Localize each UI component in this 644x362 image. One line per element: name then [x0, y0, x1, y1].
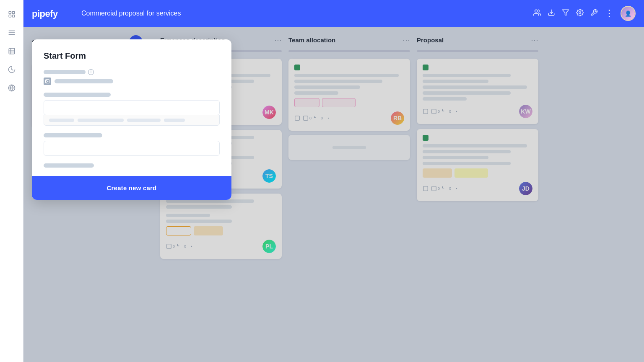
- sidebar-item-table[interactable]: [4, 44, 19, 59]
- export-icon[interactable]: [548, 9, 555, 18]
- form-field-4: [44, 133, 220, 156]
- wrench-icon[interactable]: [590, 9, 598, 18]
- form-bottom-label: [44, 163, 94, 168]
- form-input-2[interactable]: [44, 141, 220, 156]
- form-image-row: [44, 78, 220, 85]
- people-icon[interactable]: [533, 9, 541, 18]
- form-field-3: [44, 93, 220, 126]
- svg-rect-0: [9, 11, 11, 13]
- form-section-label-4: [44, 133, 102, 137]
- create-card-button[interactable]: Create new card: [32, 176, 231, 200]
- svg-point-14: [535, 10, 538, 12]
- form-input-1[interactable]: [44, 100, 220, 115]
- sidebar: [0, 0, 23, 362]
- svg-rect-2: [9, 15, 11, 17]
- sidebar-item-list[interactable]: [4, 25, 19, 40]
- input-chips-row: [44, 115, 220, 126]
- settings-icon[interactable]: [576, 9, 584, 18]
- svg-point-17: [579, 11, 581, 13]
- form-image-label: [55, 79, 113, 83]
- sidebar-item-automation[interactable]: [4, 62, 19, 77]
- more-icon[interactable]: ⋮: [605, 8, 614, 19]
- info-icon-1[interactable]: i: [88, 69, 94, 75]
- form-body: Start Form i: [32, 39, 231, 176]
- logo: pipefy: [32, 8, 70, 19]
- chip-a: [49, 119, 74, 122]
- form-field-1: i: [44, 69, 220, 85]
- image-icon[interactable]: [44, 78, 51, 85]
- svg-point-38: [47, 80, 47, 81]
- svg-text:pipefy: pipefy: [32, 8, 58, 19]
- form-label-1: [44, 70, 86, 74]
- main-area: pipefy Commercial proposal for services …: [23, 0, 644, 362]
- topbar-actions: ⋮ 👤: [533, 6, 636, 21]
- chip-d: [164, 119, 185, 122]
- pipe-title: Commercial proposal for services: [81, 10, 527, 17]
- svg-marker-16: [563, 10, 569, 16]
- topbar: pipefy Commercial proposal for services …: [23, 0, 644, 27]
- svg-rect-7: [9, 48, 15, 54]
- create-card-label: Create new card: [107, 184, 157, 191]
- svg-rect-1: [12, 11, 14, 13]
- chip-c: [127, 119, 161, 122]
- kanban-board: Start + ⋯: [23, 27, 644, 362]
- sidebar-item-integrations[interactable]: [4, 80, 19, 96]
- filter-icon[interactable]: [562, 9, 569, 18]
- start-form-panel: Start Form i: [32, 39, 231, 200]
- sidebar-item-grid[interactable]: [4, 7, 19, 22]
- svg-rect-3: [12, 15, 14, 17]
- chip-b: [78, 119, 124, 122]
- user-avatar[interactable]: 👤: [621, 6, 636, 21]
- form-label-row-1: i: [44, 69, 220, 75]
- form-section-label-3: [44, 93, 111, 97]
- form-title: Start Form: [44, 51, 220, 61]
